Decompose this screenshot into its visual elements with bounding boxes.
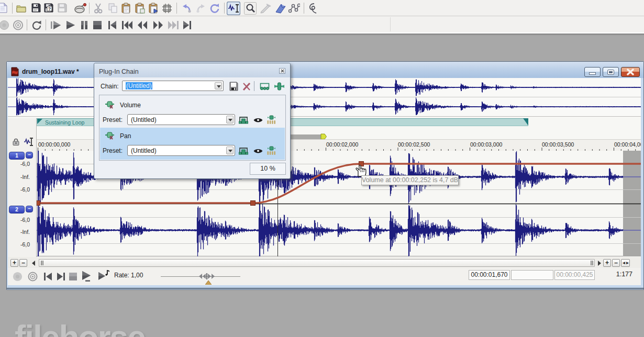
- svg-text:?: ?: [48, 6, 51, 12]
